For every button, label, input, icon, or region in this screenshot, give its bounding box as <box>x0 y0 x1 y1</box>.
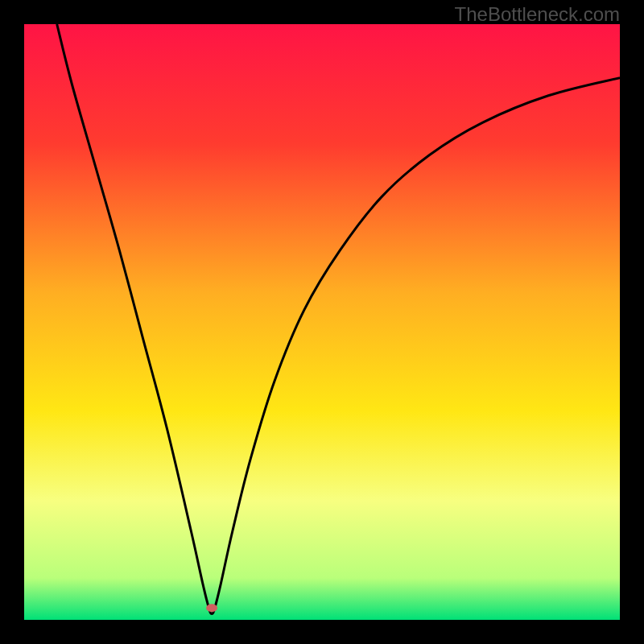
chart-frame: TheBottleneck.com <box>0 0 644 644</box>
gradient-rect <box>24 24 620 620</box>
chart-svg <box>24 24 620 620</box>
watermark-label: TheBottleneck.com <box>455 3 620 26</box>
optimum-marker <box>206 604 217 612</box>
plot-area <box>24 24 620 620</box>
